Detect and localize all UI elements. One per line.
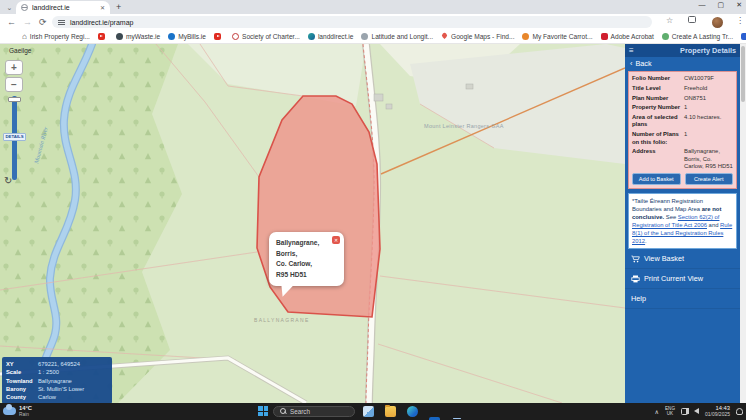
youtube-icon — [98, 33, 105, 40]
popup-tail — [281, 284, 295, 296]
task-view-icon[interactable] — [363, 406, 374, 417]
tab-search-icon[interactable]: ⌄ — [4, 3, 15, 12]
reload-button[interactable]: ⟳ — [39, 17, 47, 27]
bookmark-qrcode[interactable]: QR Code Generato... — [741, 33, 746, 40]
bookmark-star-icon[interactable]: ☆ — [666, 16, 673, 25]
crest-icon — [232, 33, 239, 40]
field-folio-number: Folio NumberCW10079F — [632, 75, 733, 82]
property-details-panel: ≡ Property Details ‹ Back Folio NumberCW… — [625, 44, 740, 403]
field-title-level: Title LevelFreehold — [632, 85, 733, 92]
site-info-icon[interactable] — [58, 19, 65, 26]
bookmark-acrobat[interactable]: Adobe Acrobat — [601, 33, 654, 40]
bookmark-mybills[interactable]: MyBills.ie — [168, 33, 206, 40]
zoom-slider-handle[interactable] — [8, 97, 21, 102]
taskbar-weather-widget[interactable]: 14°C Rain — [3, 405, 32, 417]
carrot-icon — [522, 33, 529, 40]
clock-date: 01/09/2025 — [705, 411, 730, 417]
bookmarks-bar: ⌂Irish Property Regi... myWaste.ie MyBil… — [0, 30, 746, 44]
bookmark-carrot[interactable]: My Favorite Carrot... — [522, 33, 592, 40]
field-area: Area of selected plans4.10 hectares. — [632, 114, 733, 129]
start-button[interactable] — [258, 406, 268, 416]
popup-address-line: Borris, — [276, 249, 337, 260]
profile-avatar[interactable] — [712, 17, 723, 28]
bookmark-youtube-1[interactable] — [98, 33, 108, 40]
tab-favicon-globe-icon — [21, 4, 28, 11]
map-pin-icon — [441, 33, 448, 40]
bookmark-youtube-2[interactable] — [214, 33, 224, 40]
landdirect-icon — [308, 33, 315, 40]
info-row-barony: BaronySt. Mullin'S Lower — [6, 385, 108, 393]
bookmark-society[interactable]: Society of Charter... — [232, 33, 300, 40]
bookmark-lasting[interactable]: Create A Lasting Tr... — [662, 33, 733, 40]
popup-close-icon[interactable]: ✕ — [332, 236, 340, 244]
popup-address-line: Co. Carlow, — [276, 259, 337, 270]
new-tab-button[interactable]: + — [116, 2, 121, 12]
popup-address-line: Ballynagrane, — [276, 238, 337, 249]
bookmark-latlong[interactable]: Latitude and Longit... — [361, 33, 433, 40]
refresh-map-icon[interactable]: ↻ — [4, 175, 12, 186]
browser-tab[interactable]: landdirect.ie ✕ — [16, 1, 110, 14]
edge-icon[interactable] — [407, 406, 418, 417]
taskbar-search[interactable]: Search — [273, 406, 355, 418]
window-close-button[interactable]: ✕ — [736, 1, 742, 9]
scrollbar-thumb[interactable] — [741, 46, 745, 102]
help-item[interactable]: Help — [625, 289, 740, 309]
leaf-icon — [662, 33, 669, 40]
site-icon — [168, 33, 175, 40]
side-panel-icon[interactable] — [688, 16, 696, 25]
field-address: AddressBallynagrane, Borris, Co. Carlow,… — [632, 148, 733, 170]
back-button[interactable]: ← — [7, 17, 16, 27]
back-link[interactable]: ‹ Back — [625, 57, 740, 70]
volume-icon[interactable] — [694, 408, 699, 414]
popup-address-line: R95 HD51 — [276, 270, 337, 281]
forward-button[interactable]: → — [23, 17, 32, 27]
language-indicator[interactable]: ENG UK — [665, 406, 675, 416]
print-current-view-item[interactable]: Print Current View — [625, 269, 740, 289]
browser-menu-icon[interactable]: ⋮ — [736, 16, 744, 25]
basket-icon — [631, 255, 640, 263]
file-explorer-icon[interactable] — [385, 406, 396, 417]
tab-close-icon[interactable]: ✕ — [100, 4, 105, 11]
tab-strip: ⌄ landdirect.ie ✕ + — ▢ ✕ — [0, 0, 746, 14]
bookmark-mywaste[interactable]: myWaste.ie — [116, 33, 160, 40]
weather-temp: 14°C — [19, 405, 32, 412]
window-minimize-button[interactable]: — — [699, 1, 706, 9]
latlong-icon — [361, 33, 368, 40]
boundaries-disclaimer: *Tailte Éireann Registration Boundaries … — [628, 193, 737, 249]
map-popup: ✕ Ballynagrane, Borris, Co. Carlow, R95 … — [269, 232, 344, 286]
info-row-scale: Scale1 : 2500 — [6, 368, 108, 376]
search-icon — [280, 408, 286, 414]
language-link[interactable]: Gaeilge — [9, 47, 31, 54]
panel-title: Property Details — [680, 46, 736, 55]
address-bar[interactable]: landdirect.ie/pramap — [52, 16, 652, 28]
notification-bell-icon[interactable] — [736, 408, 743, 415]
weather-desc: Rain — [19, 412, 32, 418]
field-plans-on-folio: Number of Plans on this folio:1 — [632, 131, 733, 146]
zoom-out-button[interactable]: − — [5, 77, 23, 92]
view-basket-item[interactable]: View Basket — [625, 249, 740, 269]
home-icon: ⌂ — [22, 33, 27, 40]
zoom-slider-details-label: DETAILS — [3, 133, 26, 141]
tray-overflow-chevron[interactable]: ∧ — [655, 408, 659, 415]
bookmark-landdirect[interactable]: landdirect.ie — [308, 33, 354, 40]
add-to-basket-button[interactable]: Add to Basket — [632, 173, 681, 185]
map-canvas[interactable]: Mountain River Mount Leinster Rangers GA… — [0, 44, 625, 403]
taskbar-clock[interactable]: 14:43 01/09/2025 — [705, 405, 730, 418]
window-maximize-button[interactable]: ▢ — [718, 1, 725, 9]
url-text: landdirect.ie/pramap — [70, 19, 133, 26]
townland-label: BALLYNAGRANE — [254, 317, 310, 323]
panel-menu-icon[interactable]: ≡ — [629, 46, 634, 55]
bookmark-irish-property[interactable]: ⌂Irish Property Regi... — [22, 33, 90, 40]
zoom-in-button[interactable]: + — [5, 60, 23, 75]
info-row-xy: XY679221, 649524 — [6, 360, 108, 368]
back-chevron-icon: ‹ — [630, 59, 632, 68]
acrobat-icon — [601, 33, 608, 40]
field-plan-number: Plan NumberON8751 — [632, 95, 733, 102]
active-app-indicator — [453, 418, 461, 420]
field-property-number: Property Number1 — [632, 104, 733, 111]
search-label: Search — [290, 408, 310, 415]
qr-icon — [741, 33, 746, 40]
info-row-townland: TownlandBallynagrane — [6, 377, 108, 385]
bookmark-google-maps[interactable]: Google Maps - Find... — [441, 33, 514, 40]
create-alert-button[interactable]: Create Alert — [685, 173, 734, 185]
